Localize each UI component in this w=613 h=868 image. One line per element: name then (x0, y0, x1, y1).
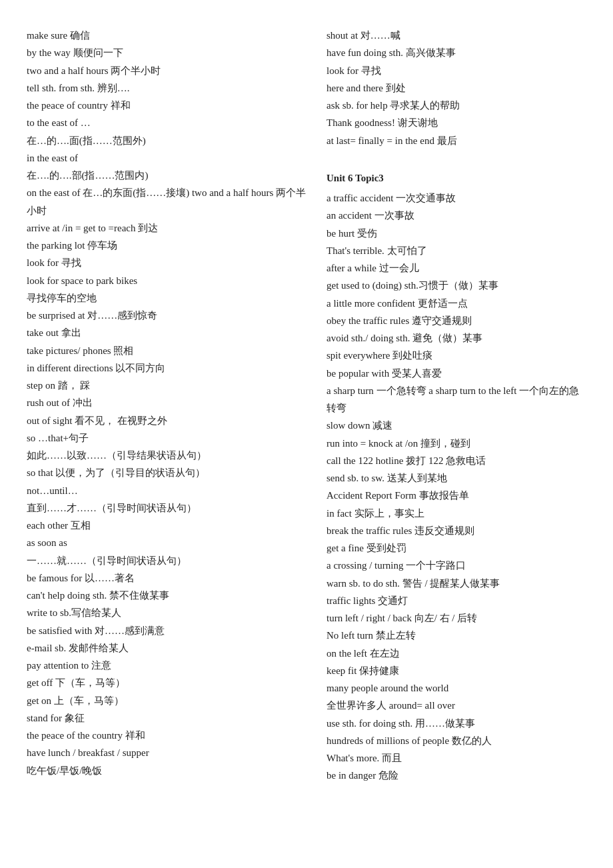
list-item: be satisfied with 对……感到满意 (27, 622, 306, 639)
list-item: Accident Report Form 事故报告单 (326, 487, 586, 504)
list-item: Thank goodness! 谢天谢地 (326, 114, 586, 131)
list-item: 在….的….部(指……范围内) (27, 167, 306, 184)
right-column: shout at 对……喊have fun doing sth. 高兴做某事lo… (320, 27, 586, 785)
list-item: spit everywhere 到处吐痰 (326, 347, 586, 364)
list-item: 一……就……（引导时间状语从句） (27, 552, 306, 569)
list-item: tell sth. from sth. 辨别…. (27, 79, 306, 97)
list-item: a little more confident 更舒适一点 (326, 295, 586, 312)
list-item: arrive at /in = get to =reach 到达 (27, 219, 306, 237)
list-item: hundreds of millions of people 数亿的人 (326, 732, 586, 749)
list-item: warn sb. to do sth. 警告 / 提醒某人做某事 (326, 575, 586, 592)
list-item: 如此……以致……（引导结果状语从句） (27, 447, 306, 464)
list-item: obey the traffic rules 遵守交通规则 (326, 312, 586, 329)
list-item: look for 寻找 (27, 254, 306, 271)
list-item: in the east of (27, 149, 306, 167)
list-item: have lunch / breakfast / supper (27, 744, 306, 761)
list-item: so …that+句子 (27, 429, 306, 447)
list-item: use sth. for doing sth. 用……做某事 (326, 715, 586, 732)
list-item: write to sb.写信给某人 (27, 604, 306, 621)
list-item: here and there 到处 (326, 79, 586, 97)
list-item: out of sight 看不见， 在视野之外 (27, 412, 306, 429)
list-item: e-mail sb. 发邮件给某人 (27, 639, 306, 657)
list-item: traffic lights 交通灯 (326, 592, 586, 609)
list-item: 寻找停车的空地 (27, 289, 306, 307)
list-item: No left turn 禁止左转 (326, 627, 586, 644)
list-item: each other 互相 (27, 517, 306, 534)
list-item: What's more. 而且 (326, 749, 586, 767)
main-content: make sure 确信by the way 顺便问一下two and a ha… (27, 27, 586, 785)
list-item: keep fit 保持健康 (326, 662, 586, 679)
list-item: the peace of country 祥和 (27, 97, 306, 114)
list-item: ask sb. for help 寻求某人的帮助 (326, 97, 586, 114)
list-item: the peace of the country 祥和 (27, 727, 306, 744)
list-item: break the traffic rules 违反交通规则 (326, 522, 586, 539)
list-item: many people around the world (326, 679, 586, 697)
list-item: a sharp turn 一个急转弯 a sharp turn to the l… (326, 382, 586, 417)
list-item: slow down 减速 (326, 417, 586, 434)
list-item: so that 以便，为了（引导目的状语从句） (27, 464, 306, 481)
list-item: 在…的….面(指……范围外) (27, 132, 306, 149)
list-item: on the east of 在…的东面(指……接壤) two and a ha… (27, 184, 306, 219)
list-item: 全世界许多人 around= all over (326, 697, 586, 714)
list-item: take out 拿出 (27, 324, 306, 341)
list-item: rush out of 冲出 (27, 394, 306, 411)
list-item: the parking lot 停车场 (27, 237, 306, 254)
list-item: stand for 象征 (27, 709, 306, 727)
list-item: get off 下（车，马等） (27, 674, 306, 691)
list-item: can't help doing sth. 禁不住做某事 (27, 587, 306, 604)
list-item: in different directions 以不同方向 (27, 359, 306, 377)
list-item: be famous for 以……著名 (27, 569, 306, 587)
list-item: to the east of … (27, 114, 306, 131)
list-item: make sure 确信 (27, 27, 306, 44)
left-column: make sure 确信by the way 顺便问一下two and a ha… (27, 27, 320, 785)
list-item: be popular with 受某人喜爱 (326, 365, 586, 382)
list-item: look for 寻找 (326, 62, 586, 79)
list-item: get a fine 受到处罚 (326, 539, 586, 557)
list-item: after a while 过一会儿 (326, 259, 586, 277)
list-item: two and a half hours 两个半小时 (27, 62, 306, 79)
list-item: take pictures/ phones 照相 (27, 342, 306, 359)
spacer (326, 149, 586, 159)
list-item: step on 踏， 踩 (27, 377, 306, 394)
list-item: on the left 在左边 (326, 645, 586, 662)
list-item: pay attention to 注意 (27, 657, 306, 674)
list-item: be in danger 危险 (326, 767, 586, 784)
list-item: at last= finally = in the end 最后 (326, 132, 586, 149)
list-item: be hurt 受伤 (326, 225, 586, 242)
list-item: be surprised at 对……感到惊奇 (27, 307, 306, 324)
list-item: in fact 实际上，事实上 (326, 505, 586, 522)
list-item: 吃午饭/早饭/晚饭 (27, 762, 306, 779)
list-item: get used to (doing) sth.习惯于（做）某事 (326, 277, 586, 294)
list-item: turn left / right / back 向左/ 右 / 后转 (326, 609, 586, 627)
list-item: look for space to park bikes (27, 272, 306, 289)
list-item: not…until… (27, 482, 306, 499)
list-item: avoid sth./ doing sth. 避免（做）某事 (326, 329, 586, 347)
list-item: call the 122 hotline 拨打 122 急救电话 (326, 452, 586, 469)
list-item: send sb. to sw. 送某人到某地 (326, 469, 586, 487)
list-item: get on 上（车，马等） (27, 692, 306, 709)
list-item: run into = knock at /on 撞到，碰到 (326, 435, 586, 452)
list-item: shout at 对……喊 (326, 27, 586, 44)
list-item: a traffic accident 一次交通事故 (326, 189, 586, 207)
list-item: 直到……才……（引导时间状语从句） (27, 499, 306, 517)
unit-heading: Unit 6 Topic3 (326, 169, 586, 187)
list-item: have fun doing sth. 高兴做某事 (326, 44, 586, 61)
list-item: a crossing / turning 一个十字路口 (326, 557, 586, 574)
list-item: by the way 顺便问一下 (27, 44, 306, 61)
list-item: That's terrible. 太可怕了 (326, 242, 586, 259)
list-item: as soon as (27, 534, 306, 551)
list-item: an accident 一次事故 (326, 207, 586, 224)
